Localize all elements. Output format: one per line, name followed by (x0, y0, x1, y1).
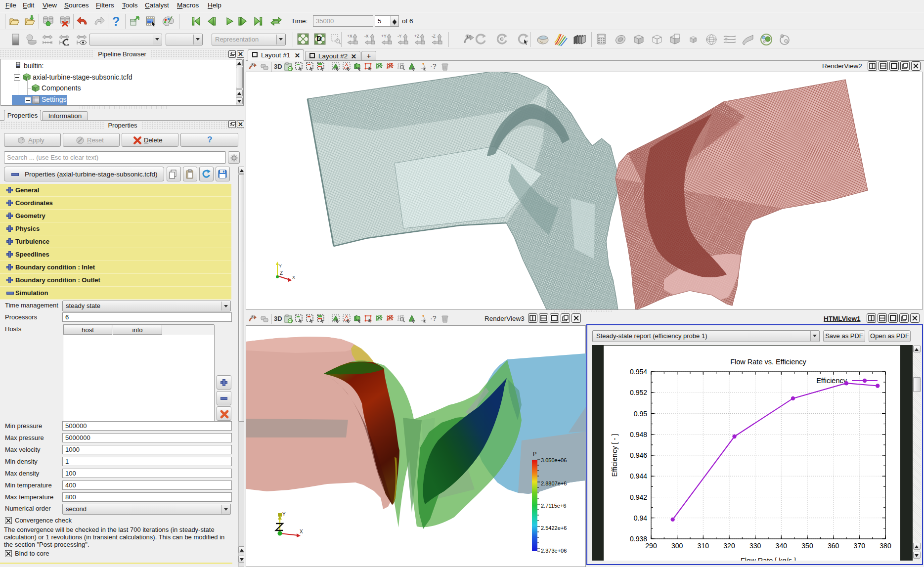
svg-text:+Y: +Y (381, 34, 387, 39)
svg-text:0.95: 0.95 (634, 410, 647, 418)
svg-text:2.5422e+6: 2.5422e+6 (541, 525, 567, 531)
svg-text:0.948: 0.948 (630, 431, 647, 438)
svg-text:X: X (292, 275, 295, 280)
svg-text:2.7115e+6: 2.7115e+6 (541, 503, 567, 509)
svg-text:320: 320 (723, 542, 735, 550)
svg-text:Efficiency: Efficiency (816, 377, 847, 385)
svg-text:Z: Z (280, 270, 283, 276)
svg-text:290: 290 (645, 542, 657, 550)
svg-text:2.8807e+6: 2.8807e+6 (541, 480, 567, 486)
svg-text:-X: -X (364, 34, 369, 39)
svg-text:3.050e+06: 3.050e+06 (541, 457, 567, 463)
svg-text:P: P (533, 451, 536, 457)
svg-text:0.942: 0.942 (630, 493, 647, 501)
svg-text:350: 350 (801, 542, 813, 550)
svg-text:2.373e+06: 2.373e+06 (541, 548, 567, 554)
svg-text:X: X (300, 529, 303, 534)
svg-text:Flow Rate vs. Efficiency: Flow Rate vs. Efficiency (730, 358, 806, 366)
svg-text:0.946: 0.946 (630, 451, 647, 459)
svg-text:Flow Rate [ kg/s ]: Flow Rate [ kg/s ] (741, 557, 796, 561)
svg-text:300: 300 (671, 542, 683, 550)
svg-text:-Z: -Z (432, 34, 436, 39)
svg-text:0.952: 0.952 (630, 389, 647, 396)
svg-text:+Z: +Z (414, 34, 419, 39)
svg-text:310: 310 (698, 542, 709, 550)
svg-text:0.94: 0.94 (634, 514, 647, 522)
svg-text:0.944: 0.944 (630, 472, 647, 480)
svg-text:-Y: -Y (397, 34, 402, 39)
svg-text:Y: Y (279, 263, 282, 268)
svg-text:330: 330 (749, 542, 761, 550)
svg-text:+X: +X (347, 34, 352, 39)
svg-text:370: 370 (854, 542, 866, 550)
svg-text:Efficiency [ - ]: Efficiency [ - ] (611, 434, 618, 477)
svg-text:0.954: 0.954 (630, 368, 647, 376)
svg-text:340: 340 (776, 542, 788, 550)
svg-text:360: 360 (828, 542, 839, 550)
svg-text:Y: Y (282, 512, 286, 517)
svg-text:D: D (316, 34, 322, 43)
svg-text:380: 380 (880, 542, 891, 550)
svg-text:0.938: 0.938 (630, 535, 647, 543)
